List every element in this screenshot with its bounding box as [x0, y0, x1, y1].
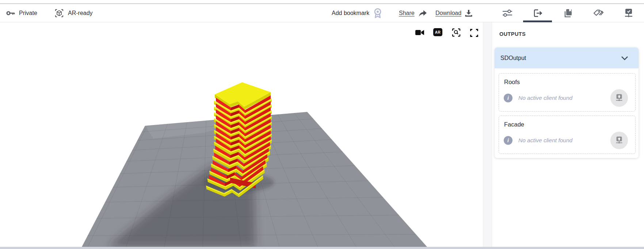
tab-bookmarks[interactable] — [553, 4, 583, 22]
tab-tags[interactable] — [583, 4, 613, 22]
bottom-scrollbar[interactable] — [0, 247, 644, 249]
output-item-title: Roofs — [504, 79, 632, 86]
app-window: Private AR-ready Add bookmark — [0, 0, 644, 249]
client-display-check-icon — [624, 8, 633, 18]
key-icon — [6, 8, 15, 18]
output-item-roofs: Roofs i No active client found — [499, 73, 636, 112]
privacy-label: Private — [19, 10, 37, 16]
share-arrow-icon — [418, 10, 427, 17]
viewport-3d[interactable]: AR — [0, 22, 483, 247]
ar-badge-label: AR — [435, 30, 441, 34]
zoom-extents-button[interactable] — [451, 28, 461, 37]
toolbar: Private AR-ready Add bookmark — [0, 4, 644, 22]
share-button[interactable]: Share — [399, 4, 427, 22]
chevron-down-icon — [621, 56, 628, 60]
bookmarks-book-icon — [563, 8, 573, 18]
output-selector[interactable]: SDOutput — [495, 48, 639, 68]
sliders-icon — [502, 8, 512, 18]
video-camera-icon — [415, 29, 424, 36]
output-status-text: No active client found — [518, 137, 610, 144]
outputs-panel: OUTPUTS SDOutput Roofs i No active clien… — [492, 22, 644, 247]
upload-to-client-icon — [615, 94, 624, 102]
output-status-text: No active client found — [518, 95, 610, 101]
panel-tabs — [492, 4, 644, 22]
ar-ready-label: AR-ready — [68, 10, 93, 16]
ar-cube-icon — [54, 8, 64, 18]
output-item-title: Facade — [504, 121, 632, 128]
info-icon: i — [504, 136, 512, 145]
share-label: Share — [399, 10, 415, 16]
outputs-card: SDOutput Roofs i No active client found — [495, 48, 639, 158]
upload-to-client-icon — [615, 136, 624, 145]
download-label: Download — [435, 10, 461, 16]
send-to-client-button[interactable] — [610, 132, 628, 149]
tab-outputs[interactable] — [522, 4, 553, 22]
output-selector-value: SDOutput — [500, 55, 621, 61]
send-to-client-button[interactable] — [610, 89, 628, 107]
info-icon: i — [504, 94, 512, 102]
fullscreen-icon — [470, 29, 478, 37]
export-icon — [533, 8, 543, 18]
download-button[interactable]: Download — [435, 4, 472, 22]
scene-3d-tower-model — [0, 22, 483, 247]
download-icon — [465, 10, 472, 17]
tab-clients[interactable] — [613, 4, 644, 22]
privacy-status: Private — [6, 4, 37, 22]
tab-parameters[interactable] — [492, 4, 522, 22]
record-video-button[interactable] — [415, 28, 424, 37]
output-item-facade: Facade i No active client found — [499, 116, 636, 154]
ar-view-button[interactable]: AR — [433, 28, 442, 36]
outputs-panel-title: OUTPUTS — [499, 31, 526, 37]
zoom-frame-icon — [452, 28, 461, 37]
bookmark-badge-icon — [373, 8, 382, 19]
tags-icon — [593, 8, 604, 18]
add-bookmark-button[interactable]: Add bookmark — [332, 4, 382, 22]
add-bookmark-label: Add bookmark — [332, 10, 369, 16]
ar-ready-status: AR-ready — [54, 4, 93, 22]
panel-scrollbar[interactable] — [483, 22, 492, 247]
outputs-list: Roofs i No active client found — [495, 68, 639, 158]
fullscreen-button[interactable] — [469, 28, 479, 38]
